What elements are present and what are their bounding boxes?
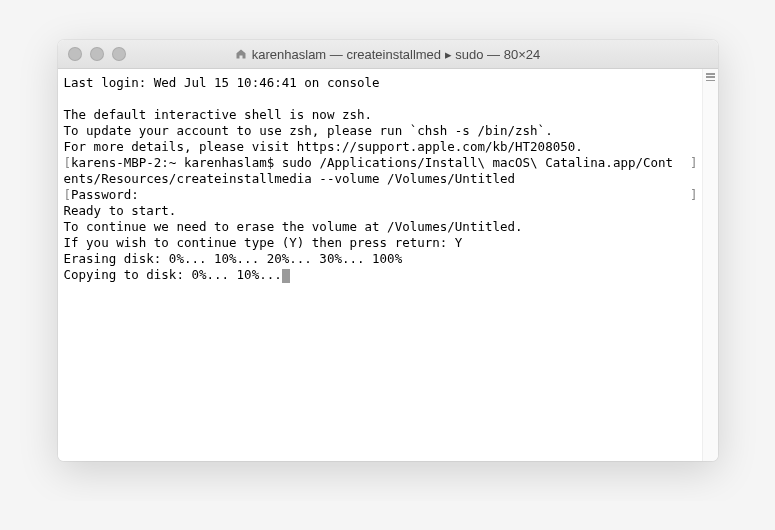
window-title-wrap: karenhaslam — createinstallmed ▸ sudo — … [58,47,718,62]
terminal-line: If you wish to continue type (Y) then pr… [64,235,698,251]
close-button[interactable] [68,47,82,61]
cursor [282,269,290,283]
content-wrap: Last login: Wed Jul 15 10:46:41 on conso… [58,69,718,461]
minimize-button[interactable] [90,47,104,61]
terminal-line: The default interactive shell is now zsh… [64,107,698,123]
terminal-line: ents/Resources/createinstallmedia --volu… [64,171,698,187]
terminal-line: Copying to disk: 0%... 10%... [64,267,698,283]
scroll-indicator-icon [706,73,715,81]
terminal-line: Ready to start. [64,203,698,219]
home-icon [235,48,247,60]
zoom-button[interactable] [112,47,126,61]
terminal-output[interactable]: Last login: Wed Jul 15 10:46:41 on conso… [58,69,702,461]
scrollbar[interactable] [702,69,718,461]
terminal-line: Last login: Wed Jul 15 10:46:41 on conso… [64,75,698,91]
terminal-line: [Password:] [64,187,698,203]
titlebar[interactable]: karenhaslam — createinstallmed ▸ sudo — … [58,40,718,69]
terminal-line: To continue we need to erase the volume … [64,219,698,235]
terminal-line [64,91,698,107]
terminal-line: To update your account to use zsh, pleas… [64,123,698,139]
terminal-line: [karens-MBP-2:~ karenhaslam$ sudo /Appli… [64,155,698,171]
terminal-window: karenhaslam — createinstallmed ▸ sudo — … [58,40,718,461]
terminal-line: Erasing disk: 0%... 10%... 20%... 30%...… [64,251,698,267]
window-title: karenhaslam — createinstallmed ▸ sudo — … [252,47,540,62]
traffic-lights [68,47,126,61]
terminal-line: For more details, please visit https://s… [64,139,698,155]
